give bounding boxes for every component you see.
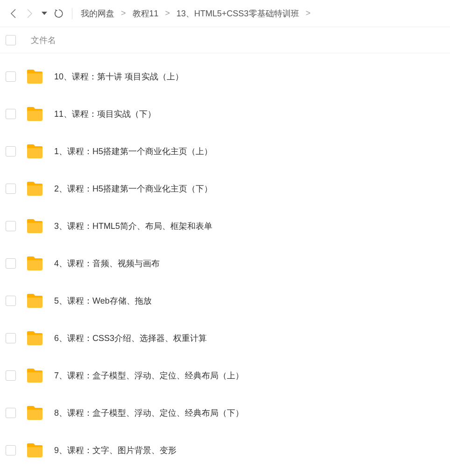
file-name: 4、课程：音频、视频与画布 xyxy=(54,258,160,269)
row-checkbox[interactable] xyxy=(6,184,16,194)
file-name: 3、课程：HTML5简介、布局、框架和表单 xyxy=(54,220,212,232)
file-name: 7、课程：盒子模型、浮动、定位、经典布局（上） xyxy=(54,370,244,381)
breadcrumb-item[interactable]: 我的网盘 xyxy=(81,8,114,19)
folder-icon xyxy=(26,405,43,420)
file-name: 11、课程：项目实战（下） xyxy=(54,108,156,120)
file-row[interactable]: 3、课程：HTML5简介、布局、框架和表单 xyxy=(0,207,450,245)
file-row[interactable]: 5、课程：Web存储、拖放 xyxy=(0,282,450,320)
breadcrumb-item[interactable]: 教程11 xyxy=(133,8,159,19)
file-row[interactable]: 4、课程：音频、视频与画布 xyxy=(0,245,450,282)
folder-icon xyxy=(26,69,43,84)
file-name: 1、课程：H5搭建第一个商业化主页（上） xyxy=(54,146,212,157)
row-checkbox[interactable] xyxy=(6,71,16,82)
row-checkbox[interactable] xyxy=(6,296,16,306)
file-name: 9、课程：文字、图片背景、变形 xyxy=(54,445,176,456)
chevron-right-icon xyxy=(27,8,33,19)
file-row[interactable]: 9、课程：文字、图片背景、变形 xyxy=(0,432,450,469)
file-name: 6、课程：CSS3介绍、选择器、权重计算 xyxy=(54,333,207,344)
folder-icon xyxy=(26,219,43,234)
breadcrumb-separator: > xyxy=(306,8,311,18)
file-row[interactable]: 8、课程：盒子模型、浮动、定位、经典布局（下） xyxy=(0,394,450,432)
breadcrumb-separator: > xyxy=(121,8,126,18)
folder-icon xyxy=(26,181,43,196)
refresh-icon xyxy=(54,8,64,19)
row-checkbox[interactable] xyxy=(6,408,16,418)
file-name: 10、课程：第十讲 项目实战（上） xyxy=(54,71,183,82)
row-checkbox[interactable] xyxy=(6,146,16,156)
filename-column-header[interactable]: 文件名 xyxy=(31,35,56,46)
file-row[interactable]: 2、课程：H5搭建第一个商业化主页（下） xyxy=(0,170,450,207)
chevron-left-icon xyxy=(10,8,16,19)
folder-icon xyxy=(26,293,43,308)
file-row[interactable]: 6、课程：CSS3介绍、选择器、权重计算 xyxy=(0,320,450,357)
folder-icon xyxy=(26,256,43,271)
row-checkbox[interactable] xyxy=(6,370,16,381)
folder-icon xyxy=(26,144,43,159)
folder-icon xyxy=(26,443,43,458)
folder-icon xyxy=(26,368,43,383)
forward-button[interactable] xyxy=(21,5,38,22)
breadcrumb-separator: > xyxy=(165,8,170,18)
folder-icon xyxy=(26,107,43,121)
file-row[interactable]: 10、课程：第十讲 项目实战（上） xyxy=(0,58,450,95)
select-all-checkbox[interactable] xyxy=(6,35,16,45)
toolbar: 我的网盘 > 教程11 > 13、HTML5+CSS3零基础特训班 > xyxy=(0,0,450,27)
dropdown-button[interactable] xyxy=(38,5,50,22)
file-name: 5、课程：Web存储、拖放 xyxy=(54,295,152,306)
row-checkbox[interactable] xyxy=(6,445,16,455)
refresh-button[interactable] xyxy=(50,5,67,22)
row-checkbox[interactable] xyxy=(6,221,16,231)
file-row[interactable]: 1、课程：H5搭建第一个商业化主页（上） xyxy=(0,133,450,170)
back-button[interactable] xyxy=(5,5,21,22)
row-checkbox[interactable] xyxy=(6,109,16,119)
breadcrumb-item[interactable]: 13、HTML5+CSS3零基础特训班 xyxy=(176,8,299,19)
row-checkbox[interactable] xyxy=(6,333,16,343)
file-list: 10、课程：第十讲 项目实战（上） 11、课程：项目实战（下） 1、课程：H5搭… xyxy=(0,53,450,469)
file-name: 8、课程：盒子模型、浮动、定位、经典布局（下） xyxy=(54,407,244,419)
file-name: 2、课程：H5搭建第一个商业化主页（下） xyxy=(54,183,212,194)
caret-down-icon xyxy=(42,12,47,15)
file-row[interactable]: 11、课程：项目实战（下） xyxy=(0,95,450,133)
breadcrumb: 我的网盘 > 教程11 > 13、HTML5+CSS3零基础特训班 > xyxy=(81,8,317,19)
folder-icon xyxy=(26,331,43,346)
column-header-row: 文件名 xyxy=(0,27,450,53)
row-checkbox[interactable] xyxy=(6,258,16,269)
toolbar-divider xyxy=(72,8,72,19)
file-row[interactable]: 7、课程：盒子模型、浮动、定位、经典布局（上） xyxy=(0,357,450,394)
